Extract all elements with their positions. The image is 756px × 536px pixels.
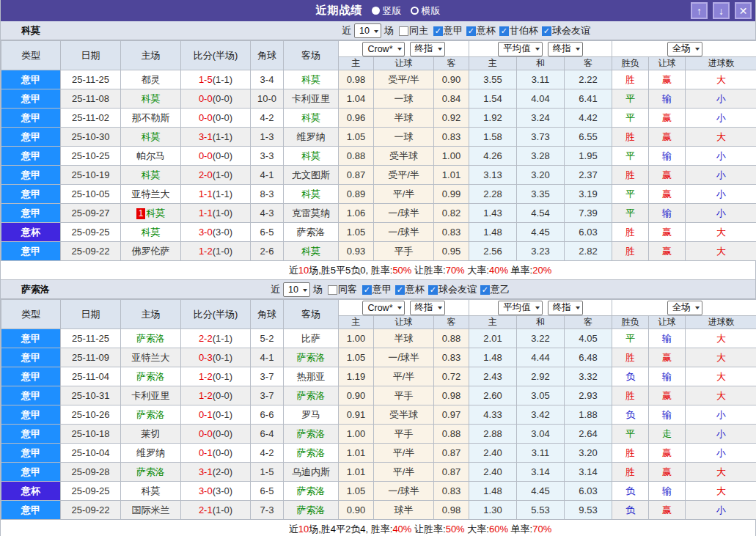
handicap-line-cell: 一球 bbox=[374, 89, 434, 109]
section-header: 科莫 近 10▾ 场 同主 ✓ 意甲 bbox=[1, 21, 755, 40]
date-cell: 25-09-27 bbox=[61, 204, 121, 223]
final-odds-select[interactable]: 终指▾ bbox=[410, 42, 445, 56]
corner-cell: 6-5 bbox=[251, 223, 284, 242]
same-home-checkbox[interactable]: 同主 bbox=[399, 24, 428, 37]
league-checkbox[interactable]: ✓ 意杯 bbox=[395, 283, 425, 296]
fulltime-score: 0-0 bbox=[199, 428, 213, 439]
match-scope-select[interactable]: 全场▾ bbox=[667, 301, 702, 315]
match-scope-select[interactable]: 全场▾ bbox=[667, 42, 702, 56]
goals-result-cell: 小 bbox=[686, 89, 756, 109]
eu-home-odds-cell: 1.58 bbox=[469, 128, 517, 147]
col-header-eu-home: 主 bbox=[469, 316, 517, 329]
eu-away-odds-cell: 3.19 bbox=[565, 185, 612, 204]
home-team-name: 科莫 bbox=[142, 227, 161, 238]
same-away-checkbox[interactable]: 同客 bbox=[328, 283, 357, 296]
home-team-cell: 萨索洛 bbox=[121, 405, 181, 425]
eu-home-odds-cell: 1.48 bbox=[469, 348, 517, 367]
final-odds-select[interactable]: 终指▾ bbox=[410, 301, 445, 315]
away-team-name: 尤文图斯 bbox=[292, 169, 330, 180]
home-team-name: 国际米兰 bbox=[132, 504, 170, 515]
home-team-name: 亚特兰大 bbox=[132, 352, 170, 363]
home-team-cell: 维罗纳 bbox=[121, 444, 181, 463]
ah-home-odds-cell: 1.05 bbox=[339, 128, 374, 147]
score-cell: 0-0(0-0) bbox=[181, 109, 251, 128]
halftime-score: (3-0) bbox=[213, 227, 232, 238]
goals-result-cell: 大 bbox=[686, 242, 756, 261]
close-button[interactable]: ✕ bbox=[735, 2, 752, 19]
recent-count-select[interactable]: 10▾ bbox=[283, 282, 310, 297]
goals-result-cell: 小 bbox=[686, 405, 756, 425]
league-type-cell: 意甲 bbox=[1, 405, 61, 425]
score-cell: 0-3(0-1) bbox=[181, 348, 251, 367]
league-checkbox[interactable]: ✓ 意乙 bbox=[480, 283, 510, 296]
date-cell: 25-11-04 bbox=[61, 367, 121, 386]
halftime-score: (0-0) bbox=[213, 428, 232, 439]
layout-radio-group: 竖版 横版 bbox=[372, 4, 441, 18]
horizontal-layout-radio[interactable]: 横版 bbox=[411, 4, 441, 18]
summary-segment: 单率: bbox=[508, 265, 532, 276]
score-cell: 1-1(1-0) bbox=[181, 204, 251, 223]
result-cell: 平 bbox=[612, 109, 649, 128]
handicap-line-cell: 一/球半 bbox=[374, 348, 434, 367]
score-cell: 3-0(3-0) bbox=[181, 482, 251, 501]
result-cell: 负 bbox=[612, 482, 649, 501]
date-cell: 25-10-05 bbox=[61, 185, 121, 204]
ah-home-odds-cell: 0.96 bbox=[339, 109, 374, 128]
goals-result-cell: 大 bbox=[686, 463, 756, 482]
league-type-cell: 意甲 bbox=[1, 89, 61, 109]
result-cell: 负 bbox=[612, 367, 649, 386]
result-cell: 平 bbox=[612, 147, 649, 166]
league-type-cell: 意甲 bbox=[1, 147, 61, 166]
average-odds-select[interactable]: 平均值▾ bbox=[498, 301, 543, 315]
halftime-score: (0-0) bbox=[213, 93, 232, 104]
summary-segment: 近 bbox=[289, 265, 298, 276]
col-header-date: 日期 bbox=[61, 41, 121, 70]
league-checkbox[interactable]: ✓ 球会友谊 bbox=[542, 24, 590, 37]
col-header-corner: 角球 bbox=[251, 41, 284, 70]
league-checkbox[interactable]: ✓ 意甲 bbox=[362, 283, 392, 296]
league-checkbox[interactable]: ✓ 球会友谊 bbox=[428, 283, 477, 296]
eu-draw-odds-cell: 3.11 bbox=[517, 70, 565, 89]
handicap-line-cell: 球半 bbox=[374, 501, 434, 520]
scroll-down-button[interactable]: ↓ bbox=[713, 2, 730, 19]
score-cell: 0-1(0-0) bbox=[181, 444, 251, 463]
match-row: 意杯 25-09-25 科莫 3-0(3-0) 6-5 萨索洛 1.05 一/球… bbox=[1, 223, 756, 242]
final-odds-select-2[interactable]: 终指▾ bbox=[548, 42, 583, 56]
corner-cell: 1-3 bbox=[251, 128, 284, 147]
home-team-name: 都灵 bbox=[142, 74, 161, 85]
eu-home-odds-cell: 2.01 bbox=[469, 329, 517, 348]
bookmaker-select[interactable]: Crow*▾ bbox=[362, 42, 404, 56]
ah-home-odds-cell: 0.89 bbox=[339, 185, 374, 204]
recent-count-select[interactable]: 10▾ bbox=[354, 23, 381, 38]
average-odds-select[interactable]: 平均值▾ bbox=[498, 42, 543, 56]
fulltime-score: 1-1 bbox=[199, 208, 213, 219]
chevron-down-icon: ▾ bbox=[303, 287, 307, 293]
fulltime-score: 3-0 bbox=[199, 227, 213, 238]
league-checkbox[interactable]: ✓ 甘伯杯 bbox=[499, 24, 538, 37]
vertical-layout-radio[interactable]: 竖版 bbox=[372, 4, 402, 18]
titlebar-buttons: ↑ ↓ ✕ bbox=[691, 2, 752, 19]
eu-home-odds-cell: 1.54 bbox=[469, 89, 517, 109]
titlebar: 近期战绩 竖版 横版 ↑ ↓ ✕ bbox=[1, 0, 755, 21]
home-team-cell: 科莫 bbox=[121, 482, 181, 501]
handicap-result-cell: 赢 bbox=[649, 242, 686, 261]
ah-home-odds-cell: 0.93 bbox=[339, 242, 374, 261]
home-team-name: 莱切 bbox=[142, 428, 161, 439]
scroll-up-button[interactable]: ↑ bbox=[691, 2, 708, 19]
halftime-score: (3-0) bbox=[213, 485, 232, 496]
date-cell: 25-11-25 bbox=[61, 70, 121, 89]
final-odds-select-2[interactable]: 终指▾ bbox=[548, 301, 583, 315]
score-cell: 0-0(0-0) bbox=[181, 147, 251, 166]
league-checkbox[interactable]: ✓ 意甲 bbox=[433, 24, 463, 37]
eu-away-odds-cell: 6.03 bbox=[565, 482, 612, 501]
home-team-name: 萨索洛 bbox=[136, 466, 165, 477]
ah-home-odds-cell: 0.98 bbox=[339, 70, 374, 89]
home-team-cell: 1科莫 bbox=[121, 204, 181, 223]
fulltime-score: 1-2 bbox=[199, 371, 213, 382]
chevron-down-icon: ▾ bbox=[397, 45, 402, 52]
bookmaker-select[interactable]: Crow*▾ bbox=[362, 301, 404, 315]
handicap-group-header: Crow*▾ 终指▾ bbox=[339, 41, 469, 57]
corner-cell: 6-4 bbox=[251, 425, 284, 444]
arrow-down-icon: ↓ bbox=[719, 5, 724, 17]
league-checkbox[interactable]: ✓ 意杯 bbox=[466, 24, 496, 37]
